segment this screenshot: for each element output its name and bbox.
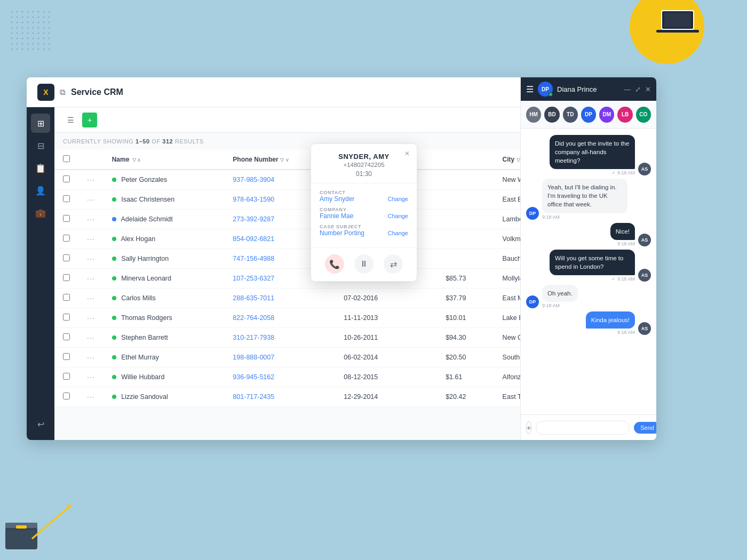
row-checkbox[interactable] — [63, 393, 70, 399]
message-bubble: Did you get the invite to the company al… — [550, 135, 635, 169]
svg-rect-2 — [656, 30, 699, 33]
call-company-change-button[interactable]: Change — [387, 213, 408, 219]
chat-avatar-bd[interactable]: BD — [544, 107, 559, 123]
row-actions-cell[interactable]: ··· — [78, 348, 104, 367]
col-name[interactable]: Name ▽ ∧ — [104, 150, 225, 170]
sidebar-item-grid[interactable]: ⊞ — [31, 114, 50, 133]
chat-add-button[interactable]: + — [526, 421, 531, 434]
message-row: AS Will you get some time to spend in Lo… — [526, 250, 651, 282]
message-bubble: Kinda jealous! — [586, 311, 635, 329]
chat-avatar-dp[interactable]: DP — [581, 107, 596, 123]
sidebar-item-back[interactable]: ↩ — [31, 414, 50, 434]
hold-button[interactable]: ⏸ — [354, 254, 374, 274]
message-time: 9:18 AM — [542, 214, 627, 220]
hold-icon: ⏸ — [360, 259, 368, 269]
message-time: 9:18 AM — [542, 303, 578, 308]
call-case-change-button[interactable]: Change — [387, 230, 408, 236]
sidebar-item-documents[interactable]: 📋 — [31, 158, 50, 178]
row-date-cell: 12-29-2014 — [335, 387, 437, 407]
row-actions-cell[interactable]: ··· — [78, 210, 104, 229]
call-company-value: Fannie Mae — [320, 212, 353, 220]
row-phone-cell[interactable]: 801-717-2435 — [224, 387, 335, 407]
row-actions-cell[interactable]: ··· — [78, 269, 104, 289]
row-amount-cell: $20.42 — [437, 387, 494, 407]
list-view-button[interactable]: ☰ — [63, 113, 78, 127]
row-actions-cell[interactable]: ··· — [78, 289, 104, 308]
row-phone-cell[interactable]: 822-764-2058 — [224, 308, 335, 328]
add-button[interactable]: + — [82, 113, 97, 127]
row-checkbox[interactable] — [63, 175, 70, 182]
chat-input-field[interactable] — [536, 421, 630, 435]
row-phone-cell[interactable]: 310-217-7938 — [224, 328, 335, 348]
select-all-checkbox[interactable] — [63, 155, 70, 162]
phone-filter-icon: ▽ ∨ — [280, 157, 289, 163]
msg-wrapper: Kinda jealous! 9:18 AM — [586, 311, 635, 335]
call-contact-name: SNYDER, AMY — [320, 153, 408, 161]
message-time: 9:18 AM — [617, 330, 635, 335]
sidebar-item-users[interactable]: 👤 — [31, 181, 50, 200]
row-checkbox-cell — [54, 210, 78, 229]
row-checkbox[interactable] — [63, 274, 70, 281]
laptop-icon-decoration — [656, 5, 699, 37]
row-actions-cell[interactable]: ··· — [78, 367, 104, 387]
row-checkbox[interactable] — [63, 314, 70, 321]
row-amount-cell — [437, 190, 494, 210]
call-case-row: Number Porting Change — [320, 229, 408, 237]
row-checkbox[interactable] — [63, 195, 70, 202]
row-checkbox-cell — [54, 328, 78, 348]
row-actions-cell[interactable]: ··· — [78, 308, 104, 328]
call-popup-close-button[interactable]: ✕ — [402, 148, 412, 159]
row-checkbox[interactable] — [63, 235, 70, 242]
svg-rect-1 — [664, 13, 691, 27]
bottom-left-decoration — [0, 496, 107, 560]
results-suffix: RESULTS — [173, 138, 203, 145]
call-case-field: CASE SUBJECT Number Porting Change — [320, 224, 408, 237]
msg-avatar-as: AS — [638, 163, 651, 175]
call-contact-change-button[interactable]: Change — [387, 196, 408, 202]
message-bubble: Nice! — [610, 223, 635, 240]
hangup-button[interactable]: 📞 — [325, 254, 344, 274]
status-dot — [112, 395, 116, 399]
row-phone-cell[interactable]: 936-945-5162 — [224, 367, 335, 387]
row-actions-cell[interactable]: ··· — [78, 190, 104, 210]
chat-send-button[interactable]: Send — [634, 422, 656, 434]
row-amount-cell: $85.73 — [437, 269, 494, 289]
sidebar-item-modules[interactable]: ⊟ — [31, 136, 50, 155]
chat-avatar-co[interactable]: CO — [636, 107, 651, 123]
transfer-button[interactable]: ⇄ — [384, 254, 403, 274]
chat-avatar-lb[interactable]: LB — [617, 107, 632, 123]
row-checkbox[interactable] — [63, 333, 70, 340]
row-actions-cell[interactable]: ··· — [78, 249, 104, 269]
contact-name: Sally Harrington — [121, 255, 169, 262]
message-time: ✓ 9:18 AM — [611, 276, 635, 282]
row-checkbox[interactable] — [63, 254, 70, 261]
row-actions-cell[interactable]: ··· — [78, 170, 104, 190]
status-dot — [112, 296, 116, 300]
call-contact-row: Amy Snyder Change — [320, 195, 408, 203]
message-row: AS Did you get the invite to the company… — [526, 135, 651, 175]
row-phone-cell[interactable]: 198-888-0007 — [224, 348, 335, 367]
row-actions-cell[interactable]: ··· — [78, 387, 104, 407]
app-body: ⊞ ⊟ 📋 👤 💼 ↩ ☰ + CURRENTLY SHOWING 1–50 O… — [27, 107, 656, 440]
row-amount-cell: $10.01 — [437, 308, 494, 328]
msg-avatar-as4: AS — [638, 322, 651, 335]
row-checkbox-cell — [54, 269, 78, 289]
call-popup-body: CONTACT Amy Snyder Change COMPANY Fannie… — [311, 183, 417, 247]
row-checkbox[interactable] — [63, 353, 70, 360]
row-checkbox[interactable] — [63, 294, 70, 301]
row-phone-cell[interactable]: 288-635-7011 — [224, 289, 335, 308]
row-name-cell: Peter Gonzales — [104, 170, 225, 190]
chat-input-bar: + Send — [521, 414, 656, 440]
sidebar-item-briefcase[interactable]: 💼 — [31, 203, 50, 222]
message-row: DP Oh yeah. 9:18 AM — [526, 285, 651, 308]
chat-avatar-dm[interactable]: DM — [599, 107, 614, 123]
row-checkbox[interactable] — [63, 373, 70, 380]
chat-avatar-td[interactable]: TD — [563, 107, 578, 123]
row-name-cell: Thomas Rodgers — [104, 308, 225, 328]
row-actions-cell[interactable]: ··· — [78, 229, 104, 249]
results-prefix: CURRENTLY SHOWING — [63, 138, 136, 145]
chat-avatar-hm[interactable]: HM — [526, 107, 541, 123]
row-actions-cell[interactable]: ··· — [78, 328, 104, 348]
row-name-cell: Stephen Barrett — [104, 328, 225, 348]
row-checkbox[interactable] — [63, 215, 70, 222]
